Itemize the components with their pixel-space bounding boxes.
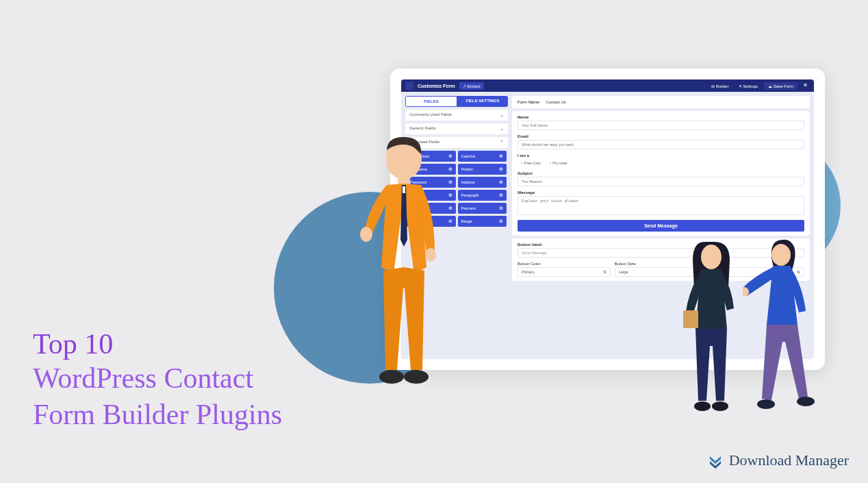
- send-message-button[interactable]: Send Message: [518, 220, 804, 232]
- builder-tab[interactable]: ⊞ Builder: [708, 82, 732, 90]
- field-tile-paragraph[interactable]: Paragraph⊕: [458, 190, 507, 201]
- field-tile-range[interactable]: Range⊕: [458, 216, 507, 227]
- field-tile-captcha[interactable]: Captcha⊕: [458, 151, 507, 162]
- app-logo-icon: [405, 82, 413, 90]
- embed-button[interactable]: ↗ Embed: [459, 82, 484, 90]
- app-title: Customize Form: [418, 84, 455, 88]
- logo-chevron-icon: [707, 452, 724, 469]
- common-fields-section[interactable]: Commonly Used Fields: [405, 110, 508, 121]
- illustration-woman-2: [743, 236, 828, 414]
- subject-input[interactable]: [518, 177, 804, 186]
- email-input[interactable]: [518, 140, 804, 149]
- svg-point-13: [757, 399, 775, 409]
- field-tile-address[interactable]: Address⊕: [458, 177, 507, 188]
- app-topbar: Customize Form ↗ Embed ⊞ Builder ✕ Setti…: [401, 79, 814, 92]
- title-main-lines: WordPress Contact Form Builder Plugins: [33, 360, 282, 432]
- save-form-button[interactable]: ☁ Save Form: [764, 82, 797, 90]
- logo-text: Download Manager: [729, 451, 849, 469]
- radio-pro-user[interactable]: ○ Pro User: [549, 161, 567, 165]
- svg-point-6: [404, 370, 429, 384]
- email-label: Email: [518, 134, 804, 138]
- illustration-woman-1: [674, 236, 749, 414]
- iam-label: I am a: [518, 153, 804, 158]
- svg-point-11: [771, 244, 791, 266]
- svg-point-4: [425, 248, 436, 262]
- subject-label: Subject: [518, 171, 804, 175]
- svg-rect-2: [403, 186, 405, 193]
- form-name-label: Form Name:: [518, 100, 540, 104]
- hero-title: Top 10 WordPress Contact Form Builder Pl…: [33, 327, 282, 432]
- message-textarea[interactable]: [518, 196, 804, 215]
- svg-point-7: [701, 245, 722, 269]
- svg-point-14: [797, 397, 815, 406]
- fields-tab[interactable]: FIELDS: [405, 96, 457, 107]
- title-top-line: Top 10: [33, 327, 282, 360]
- svg-point-3: [360, 227, 372, 242]
- message-label: Message: [518, 190, 804, 195]
- field-tile-hidden[interactable]: Hidden⊕: [458, 164, 507, 175]
- svg-point-10: [712, 401, 728, 411]
- radio-free-user[interactable]: ○ Free User: [521, 161, 541, 165]
- form-name-input[interactable]: [546, 100, 603, 104]
- name-label: Name: [518, 115, 804, 119]
- illustration-man: [346, 130, 462, 394]
- svg-point-9: [694, 401, 711, 411]
- field-settings-tab[interactable]: FIELD SETTINGS: [457, 96, 508, 107]
- svg-point-5: [379, 370, 404, 384]
- btn-color-label: Button Color:: [518, 262, 611, 266]
- name-input[interactable]: [518, 121, 804, 130]
- settings-tab[interactable]: ✕ Settings: [735, 82, 761, 90]
- field-tile-payment[interactable]: Payment⊕: [458, 203, 507, 214]
- svg-rect-8: [683, 310, 698, 328]
- download-manager-logo: Download Manager: [707, 451, 849, 469]
- gear-icon[interactable]: ✿: [800, 82, 810, 90]
- btn-color-select[interactable]: Primary⇅: [518, 267, 611, 277]
